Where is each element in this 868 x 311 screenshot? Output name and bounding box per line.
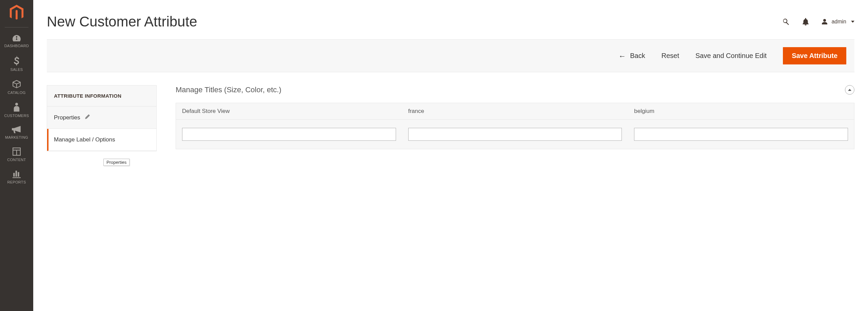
- tab-label: Manage Label / Options: [54, 136, 115, 143]
- col-header-default: Default Store View: [176, 103, 402, 120]
- magento-logo[interactable]: [9, 5, 24, 21]
- tab-properties[interactable]: Properties: [47, 106, 156, 129]
- save-label: Save Attribute: [792, 52, 837, 60]
- section-title: Manage Titles (Size, Color, etc.): [176, 85, 281, 94]
- caret-down-icon: [851, 21, 854, 23]
- header-tools: admin: [782, 18, 854, 26]
- tab-manage-label[interactable]: Manage Label / Options: [47, 129, 156, 151]
- col-header-france: france: [402, 103, 628, 120]
- sidebar-item-dashboard[interactable]: DASHBOARD: [0, 31, 33, 53]
- tooltip: Properties: [103, 159, 130, 166]
- sidebar-item-reports[interactable]: REPORTS: [0, 167, 33, 189]
- back-button[interactable]: ← Back: [618, 52, 645, 60]
- reset-button[interactable]: Reset: [662, 52, 679, 60]
- title-input-belgium[interactable]: [634, 128, 848, 141]
- panel-title: ATTRIBUTE INFORMATION: [47, 85, 156, 106]
- nav-label: SALES: [11, 67, 23, 72]
- col-header-belgium: belgium: [628, 103, 854, 120]
- sidebar-item-sales[interactable]: SALES: [0, 53, 33, 76]
- title-input-default[interactable]: [182, 128, 396, 141]
- admin-sidebar: DASHBOARD SALES CATALOG CUSTOMERS MARKET…: [0, 0, 33, 311]
- page-header: New Customer Attribute admin: [47, 0, 854, 39]
- nav-label: REPORTS: [7, 180, 26, 184]
- main-content: New Customer Attribute admin ← Back Rese…: [33, 0, 868, 311]
- back-label: Back: [630, 52, 645, 60]
- titles-table: Default Store View france belgium: [176, 103, 854, 149]
- save-continue-label: Save and Continue Edit: [695, 52, 767, 60]
- chevron-up-icon: [848, 89, 851, 91]
- title-input-france[interactable]: [408, 128, 622, 141]
- sidebar-item-marketing[interactable]: MARKETING: [0, 122, 33, 144]
- reset-label: Reset: [662, 52, 679, 60]
- nav-label: MARKETING: [5, 135, 28, 139]
- user-menu[interactable]: admin: [821, 18, 854, 25]
- nav-label: CUSTOMERS: [4, 114, 29, 118]
- attribute-info-panel: ATTRIBUTE INFORMATION Properties Manage …: [47, 85, 157, 151]
- notifications-icon[interactable]: [802, 18, 809, 25]
- save-attribute-button[interactable]: Save Attribute: [783, 47, 846, 64]
- table-row: [176, 120, 854, 149]
- nav-label: DASHBOARD: [4, 44, 29, 48]
- arrow-left-icon: ←: [618, 53, 626, 60]
- content-row: ATTRIBUTE INFORMATION Properties Manage …: [47, 85, 854, 151]
- nav-divider: [5, 27, 28, 27]
- sidebar-item-customers[interactable]: CUSTOMERS: [0, 99, 33, 122]
- nav-label: CONTENT: [7, 158, 26, 162]
- tab-label: Properties: [54, 114, 80, 121]
- action-bar: ← Back Reset Save and Continue Edit Save…: [47, 39, 854, 72]
- edit-icon: [85, 114, 90, 121]
- sidebar-item-content[interactable]: CONTENT: [0, 144, 33, 167]
- page-title: New Customer Attribute: [47, 14, 197, 30]
- nav-label: CATALOG: [7, 91, 25, 95]
- search-icon[interactable]: [782, 18, 790, 26]
- manage-titles-pane: Manage Titles (Size, Color, etc.) Defaul…: [176, 85, 854, 151]
- table-header-row: Default Store View france belgium: [176, 103, 854, 120]
- save-continue-button[interactable]: Save and Continue Edit: [695, 52, 767, 60]
- sidebar-item-catalog[interactable]: CATALOG: [0, 76, 33, 99]
- section-head: Manage Titles (Size, Color, etc.): [176, 85, 854, 95]
- user-name: admin: [831, 19, 846, 25]
- collapse-toggle[interactable]: [845, 85, 854, 95]
